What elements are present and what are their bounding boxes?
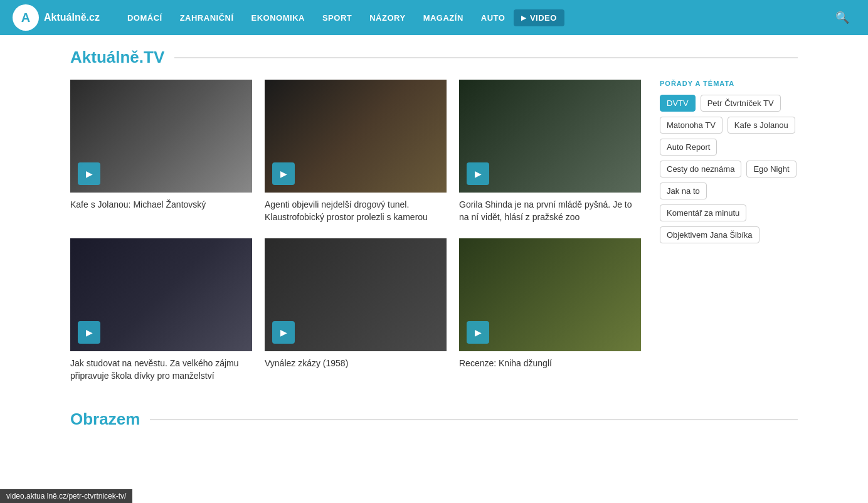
tag-matonoha[interactable]: Matonoha TV xyxy=(660,117,722,134)
play-button-agenti[interactable]: ▶ xyxy=(272,162,295,185)
video-thumb-studovat: ▶ xyxy=(70,238,252,351)
logo-letter: A xyxy=(21,11,30,25)
aktualne-tv-section-title: Aktuálně.TV xyxy=(70,48,798,67)
video-title-gorila: Gorila Shinda je na první mládě pyšná. J… xyxy=(459,199,641,223)
search-button[interactable]: 🔍 xyxy=(829,11,855,24)
play-button-kafe[interactable]: ▶ xyxy=(78,162,100,185)
logo-text: Aktuálně.cz xyxy=(44,12,100,23)
nav-magazin[interactable]: MAGAZÍN xyxy=(415,0,472,35)
tag-jak-na-to[interactable]: Jak na to xyxy=(660,183,707,199)
play-triangle-icon: ▶ xyxy=(521,14,527,21)
tag-kafe-jolanou[interactable]: Kafe s Jolanou xyxy=(728,117,795,134)
play-button-vynalezl[interactable]: ▶ xyxy=(272,321,295,344)
tag-petr-ctvrtnicek[interactable]: Petr Čtvrtníček TV xyxy=(701,95,781,112)
tag-cesty-neznama[interactable]: Cesty do neznáma xyxy=(660,161,741,177)
video-row-2: ▶ Jak studovat na nevěstu. Za velkého zá… xyxy=(70,238,641,382)
videos-main: ▶ Kafe s Jolanou: Michael Žantovský ▶ Ag… xyxy=(70,80,641,397)
obrazem-section-title: Obrazem xyxy=(70,410,798,429)
nav-video[interactable]: ▶ VIDEO xyxy=(514,9,564,26)
nav-auto[interactable]: AUTO xyxy=(472,0,514,35)
video-title-studovat: Jak studovat na nevěstu. Za velkého zájm… xyxy=(70,357,252,382)
tag-objektivem-jana[interactable]: Objektivem Jana Šibíka xyxy=(660,226,760,243)
video-title-agenti: Agenti objevili nejdelší drogový tunel. … xyxy=(265,199,447,223)
sidebar-tags: DVTV Petr Čtvrtníček TV Matonoha TV Kafe… xyxy=(660,95,798,243)
tag-dvtv[interactable]: DVTV xyxy=(660,95,696,112)
video-thumb-vynalezl: ▶ xyxy=(265,238,447,351)
video-card-vynalezl[interactable]: ▶ Vynález zkázy (1958) xyxy=(265,238,447,382)
play-button-studovat[interactable]: ▶ xyxy=(78,321,100,344)
video-card-recenze[interactable]: ▶ Recenze: Kniha džunglí xyxy=(459,238,641,382)
tag-auto-report[interactable]: Auto Report xyxy=(660,139,717,156)
video-thumb-kafe: ▶ xyxy=(70,80,252,193)
video-title-kafe: Kafe s Jolanou: Michael Žantovský xyxy=(70,199,252,211)
tag-ego-night[interactable]: Ego Night xyxy=(746,161,796,177)
video-card-agenti[interactable]: ▶ Agenti objevili nejdelší drogový tunel… xyxy=(265,80,447,223)
video-title-vynalezl: Vynález zkázy (1958) xyxy=(265,357,447,370)
video-thumb-recenze: ▶ xyxy=(459,238,641,351)
nav-video-label: VIDEO xyxy=(530,13,557,23)
main-nav: DOMÁCÍ ZAHRANIČNÍ EKONOMIKA SPORT NÁZORY… xyxy=(119,0,829,35)
main-content: Aktuálně.TV ▶ Kafe s Jolanou: Michael Ža… xyxy=(58,35,810,429)
nav-zahranicni[interactable]: ZAHRANIČNÍ xyxy=(171,0,243,35)
nav-nazory[interactable]: NÁZORY xyxy=(361,0,414,35)
video-title-recenze: Recenze: Kniha džunglí xyxy=(459,357,641,370)
video-card-kafe[interactable]: ▶ Kafe s Jolanou: Michael Žantovský xyxy=(70,80,252,223)
obrazem-section: Obrazem xyxy=(70,410,798,429)
tag-komentar-minutu[interactable]: Komentář za minutu xyxy=(660,204,746,221)
nav-domaci[interactable]: DOMÁCÍ xyxy=(119,0,171,35)
video-card-gorila[interactable]: ▶ Gorila Shinda je na první mládě pyšná.… xyxy=(459,80,641,223)
video-card-studovat[interactable]: ▶ Jak studovat na nevěstu. Za velkého zá… xyxy=(70,238,252,382)
nav-sport[interactable]: SPORT xyxy=(314,0,361,35)
content-with-sidebar: ▶ Kafe s Jolanou: Michael Žantovský ▶ Ag… xyxy=(70,80,798,397)
logo-circle: A xyxy=(13,4,39,31)
video-thumb-agenti: ▶ xyxy=(265,80,447,193)
nav-ekonomika[interactable]: EKONOMIKA xyxy=(243,0,314,35)
play-button-recenze[interactable]: ▶ xyxy=(467,321,489,344)
sidebar-title: POŘADY A TÉMATA xyxy=(660,80,798,87)
header: A Aktuálně.cz DOMÁCÍ ZAHRANIČNÍ EKONOMIK… xyxy=(0,0,868,35)
video-row-1: ▶ Kafe s Jolanou: Michael Žantovský ▶ Ag… xyxy=(70,80,641,223)
video-thumb-gorila: ▶ xyxy=(459,80,641,193)
play-button-gorila[interactable]: ▶ xyxy=(467,162,489,185)
sidebar: POŘADY A TÉMATA DVTV Petr Čtvrtníček TV … xyxy=(660,80,798,397)
logo-link[interactable]: A Aktuálně.cz xyxy=(13,4,100,31)
